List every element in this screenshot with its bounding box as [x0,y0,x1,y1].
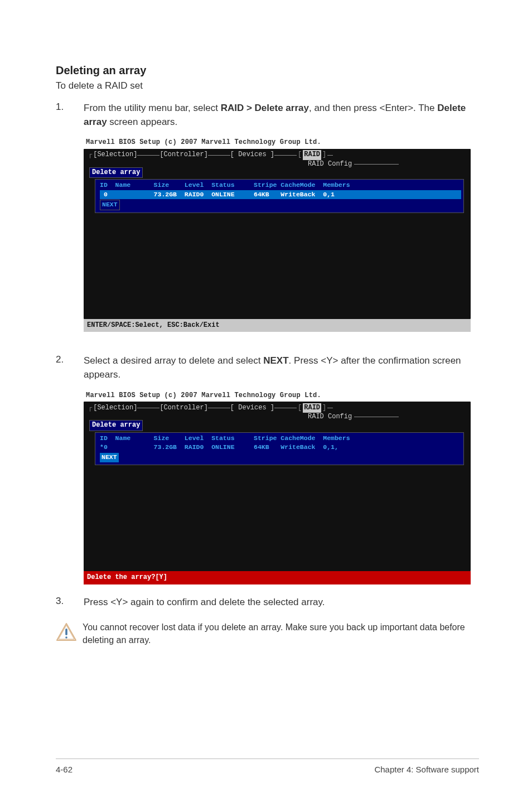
step-3-number: 3. [56,596,84,610]
bios-tabs-2: ┌[Selection][Controller][ Devices ][ RAI… [87,404,467,412]
tab-selection-2: [Selection] [93,403,137,413]
bios-list-panel-1: ID Name Size Level Status Stripe CacheMo… [95,179,464,213]
bios-title-1: Marvell BIOS Setup (c) 2007 Marvell Tech… [84,137,471,148]
bios-screenshot-1: Marvell BIOS Setup (c) 2007 Marvell Tech… [84,137,471,332]
bios-tabs-1: ┌[Selection][Controller][ Devices ][ RAI… [87,151,467,160]
status-bar-2-confirm: Delete the array?[Y] [84,571,471,584]
tab-selection: [Selection] [93,150,137,160]
tab-raid-active: RAID [303,150,321,160]
next-button-2-selected: NEXT [100,453,119,462]
step-1-number: 1. [56,102,84,332]
step-3-body: Press <Y> again to confirm and delete th… [84,596,479,610]
chapter-label: Chapter 4: Software support [374,765,479,774]
list-header-1: ID Name Size Level Status Stripe CacheMo… [100,181,461,190]
step-2-text-a: Select a desired array to delete and sel… [84,355,263,366]
caution-text: You cannot recover lost data if you dele… [83,621,479,646]
list-row-0-selected: 0 73.2GB RAID0 ONLINE 64KB WriteBack 0,1 [100,190,461,200]
step-3-text: Press <Y> again to confirm and delete th… [84,597,325,607]
bios-title-2: Marvell BIOS Setup (c) 2007 Marvell Tech… [84,390,471,402]
bios-screenshot-2: Marvell BIOS Setup (c) 2007 Marvell Tech… [84,390,471,584]
caution-note: You cannot recover lost data if you dele… [56,621,479,646]
bios-list-panel-2: ID Name Size Level Status Stripe CacheMo… [95,432,464,466]
step-1-text-b: , and then press <Enter>. The [309,103,437,113]
tab-controller: [Controller] [159,150,207,160]
step-2-body: Select a desired array to delete and sel… [84,354,479,584]
tab-devices-2: [ Devices ] [230,403,274,413]
delete-array-label-2: Delete array [89,420,143,431]
step-1-text-c: screen appears. [107,117,178,127]
step-1: 1. From the utility menu bar, select RAI… [56,102,479,332]
step-3: 3. Press <Y> again to confirm and delete… [56,596,479,610]
step-2: 2. Select a desired array to delete and … [56,354,479,584]
section-heading: Deleting an array [56,64,479,77]
status-bar-1: ENTER/SPACE:Select, ESC:Back/Exit [84,319,471,332]
intro-text: To delete a RAID set [56,80,479,91]
svg-rect-2 [65,629,67,635]
list-row-0: *0 73.2GB RAID0 ONLINE 64KB WriteBack 0,… [100,443,461,452]
delete-array-label-1: Delete array [89,167,143,178]
step-1-body: From the utility menu bar, select RAID >… [84,102,479,332]
step-1-bold-a: RAID > Delete array [221,103,309,113]
next-button-1: NEXT [100,200,120,210]
list-header-2: ID Name Size Level Status Stripe CacheMo… [100,434,461,443]
raid-config-label-1: RAID Config [308,160,352,167]
tab-devices: [ Devices ] [230,150,274,160]
svg-point-3 [65,636,67,639]
page-footer: 4-62 Chapter 4: Software support [56,758,479,774]
step-1-text-a: From the utility menu bar, select [84,103,221,113]
step-2-bold-a: NEXT [263,355,288,366]
page-number: 4-62 [56,765,72,774]
raid-config-label-2: RAID Config [308,412,352,420]
step-2-number: 2. [56,354,84,584]
tab-controller-2: [Controller] [159,403,207,413]
tab-raid-active-2: RAID [303,403,321,413]
caution-icon [56,621,83,644]
